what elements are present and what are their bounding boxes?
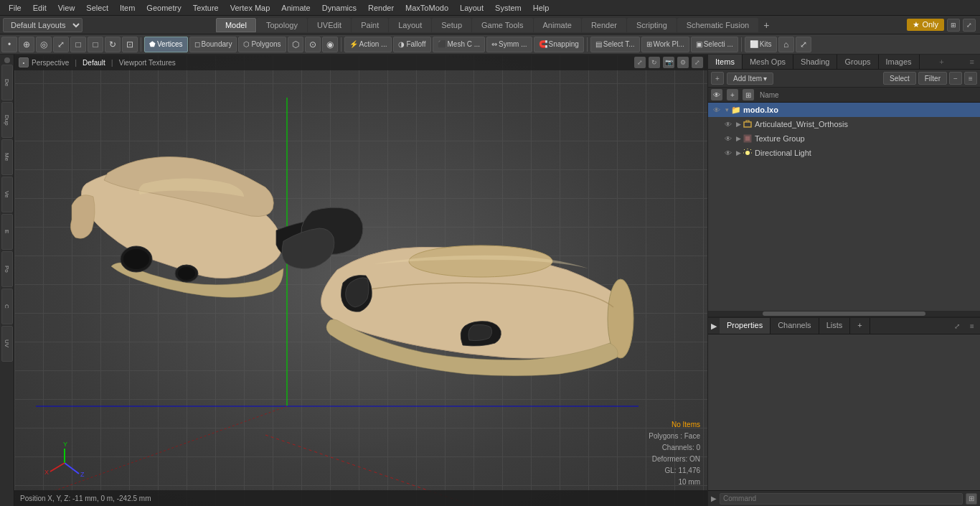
expand-dirlight[interactable]: ▶ xyxy=(734,149,743,157)
sidebar-btn-dup[interactable]: Dup xyxy=(1,102,13,138)
toolbar-box1[interactable]: □ xyxy=(70,37,86,52)
sidebar-btn-me[interactable]: Me xyxy=(1,139,13,175)
viewport-toggle[interactable]: • xyxy=(19,57,29,67)
toolbar-meshc[interactable]: ⬛ Mesh C ... xyxy=(433,37,486,52)
toolbar-snapping[interactable]: 🧲 Snapping xyxy=(534,37,584,52)
toolbar-mode3[interactable]: ◉ xyxy=(322,37,338,52)
viewport-fit-icon[interactable]: ⤢ xyxy=(634,57,646,68)
viewport-rotate-icon[interactable]: ↻ xyxy=(649,57,660,68)
toolbar-symm[interactable]: ⇔ Symm ... xyxy=(486,37,532,52)
menu-dynamics[interactable]: Dynamics xyxy=(316,2,362,14)
panel-tab-plus[interactable]: + xyxy=(933,55,949,69)
menu-maxtomodo[interactable]: MaxToModo xyxy=(400,2,454,14)
menu-render[interactable]: Render xyxy=(362,2,400,14)
toolbar-maximize[interactable]: ⤢ xyxy=(796,37,811,52)
items-scrollbar[interactable] xyxy=(708,311,980,317)
viewport-camera-icon[interactable]: 📷 xyxy=(663,57,674,68)
toolbar-boundary[interactable]: ◻ Boundary xyxy=(189,37,237,52)
toolbar-kits[interactable]: ⬜ Kits xyxy=(745,37,777,52)
viewport-maximize-icon[interactable]: ⤢ xyxy=(692,57,703,68)
panel-icon-settings[interactable]: ≡ xyxy=(964,72,977,85)
toolbar-rotate[interactable]: ↻ xyxy=(105,37,121,52)
add-item-button[interactable]: Add Item ▾ xyxy=(727,72,773,85)
tab-channels[interactable]: Channels xyxy=(771,318,819,334)
tab-scripting[interactable]: Scripting xyxy=(627,18,677,32)
tab-props-plus[interactable]: + xyxy=(850,318,870,334)
star-button[interactable]: ★ Only xyxy=(907,19,944,31)
textures-label[interactable]: Viewport Textures xyxy=(119,59,176,67)
menu-vertexmap[interactable]: Vertex Map xyxy=(225,2,276,14)
menu-select[interactable]: Select xyxy=(80,2,114,14)
tab-meshops[interactable]: Mesh Ops xyxy=(743,55,793,69)
expand-orthosis[interactable]: ▶ xyxy=(734,120,743,128)
tab-uvedit[interactable]: UVEdit xyxy=(308,18,351,32)
toolbar-home[interactable]: ⌂ xyxy=(778,37,794,52)
header-eye1[interactable]: 👁 xyxy=(711,89,722,100)
toolbar-falloff[interactable]: ◑ Falloff xyxy=(393,37,430,52)
toolbar-target[interactable]: ◎ xyxy=(36,37,52,52)
cmd-btn[interactable]: ⊞ xyxy=(966,493,977,505)
sidebar-btn-de[interactable]: De xyxy=(1,65,13,100)
sidebar-btn-e[interactable]: E xyxy=(1,214,13,250)
menu-item[interactable]: Item xyxy=(114,2,141,14)
tab-layout[interactable]: Layout xyxy=(389,18,431,32)
toolbar-selectt[interactable]: ▤ Select T... xyxy=(590,37,640,52)
tab-groups[interactable]: Groups xyxy=(837,55,878,69)
sidebar-btn-uv[interactable]: UV xyxy=(1,326,13,362)
layout-icon-grid[interactable]: ⊞ xyxy=(947,19,960,32)
props-icon-settings[interactable]: ≡ xyxy=(966,319,979,332)
menu-file[interactable]: File xyxy=(3,2,27,14)
layout-selector[interactable]: Default Layouts xyxy=(3,18,83,32)
eye-texture-group[interactable]: 👁 xyxy=(722,133,734,144)
toolbar-circle[interactable]: ⊕ xyxy=(19,37,34,52)
tree-item-dirlight[interactable]: 👁 ▶ Directional Light xyxy=(720,146,980,160)
toolbar-action[interactable]: ⚡ Action ... xyxy=(344,37,392,52)
toolbar-workpl[interactable]: ⊞ Work Pl... xyxy=(641,37,689,52)
eye-orthosis[interactable]: 👁 xyxy=(722,118,734,130)
cmd-arrow[interactable]: ▶ xyxy=(711,495,717,502)
sidebar-btn-pol[interactable]: Po xyxy=(1,251,13,287)
props-icon-expand[interactable]: ⤢ xyxy=(951,319,963,332)
menu-edit[interactable]: Edit xyxy=(27,2,52,14)
toolbar-sym[interactable]: ⊡ xyxy=(122,37,138,52)
viewport[interactable]: • Perspective | Default | Viewport Textu… xyxy=(14,55,707,506)
filter-button[interactable]: Filter xyxy=(918,72,947,85)
tree-item-orthosis[interactable]: 👁 ▶ Articulated_Wrist_Orthosis xyxy=(720,117,980,131)
toolbar-resize[interactable]: ⤢ xyxy=(53,37,69,52)
menu-layout[interactable]: Layout xyxy=(454,2,489,14)
menu-animate[interactable]: Animate xyxy=(275,2,316,14)
toolbar-mode2[interactable]: ⊙ xyxy=(305,37,321,52)
tab-render[interactable]: Render xyxy=(582,18,626,32)
tab-setup[interactable]: Setup xyxy=(432,18,471,32)
panel-icon-add[interactable]: + xyxy=(711,72,724,85)
tab-schematic[interactable]: Schematic Fusion xyxy=(677,18,758,32)
select-button[interactable]: Select xyxy=(883,72,916,85)
expand-texture-group[interactable]: ▶ xyxy=(734,134,743,143)
menu-geometry[interactable]: Geometry xyxy=(141,2,187,14)
sidebar-btn-ver[interactable]: Ve xyxy=(1,177,13,212)
tab-images[interactable]: Images xyxy=(879,55,920,69)
toolbar-dot[interactable]: • xyxy=(1,37,17,52)
toolbar-selecti[interactable]: ▣ Selecti ... xyxy=(691,37,738,52)
layout-icon-maximize[interactable]: ⤢ xyxy=(963,19,976,32)
viewport-settings-icon[interactable]: ⚙ xyxy=(677,57,689,68)
toolbar-mode1[interactable]: ⬡ xyxy=(288,37,303,52)
tree-item-modolxo[interactable]: 👁 ▾ 📁 modo.lxo xyxy=(708,103,980,117)
tab-lists[interactable]: Lists xyxy=(819,318,851,334)
command-input[interactable] xyxy=(720,493,963,505)
expand-modolxo[interactable]: ▾ xyxy=(722,106,731,114)
tab-paint[interactable]: Paint xyxy=(352,18,388,32)
tab-topology[interactable]: Topology xyxy=(257,18,307,32)
panel-icon-minus[interactable]: − xyxy=(949,72,962,85)
header-eye3[interactable]: ⊞ xyxy=(743,89,754,100)
tree-item-texture-group[interactable]: 👁 ▶ Texture Group xyxy=(720,131,980,146)
menu-system[interactable]: System xyxy=(489,2,527,14)
tab-model[interactable]: Model xyxy=(216,18,256,32)
tab-gametools[interactable]: Game Tools xyxy=(472,18,533,32)
toolbar-vertices[interactable]: ⬟ Vertices xyxy=(144,37,188,52)
tab-properties[interactable]: Properties xyxy=(720,318,771,334)
perspective-label[interactable]: Perspective xyxy=(32,59,69,67)
props-panel-expand[interactable]: ▶ xyxy=(708,318,720,334)
header-eye2[interactable]: + xyxy=(727,89,738,100)
default-label[interactable]: Default xyxy=(83,59,105,67)
